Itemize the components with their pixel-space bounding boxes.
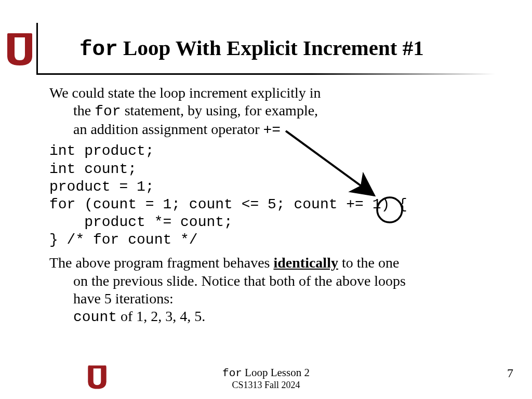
title-container: for Loop With Explicit Increment #1 [36,23,504,75]
p2-line4rest: of 1, 2, 3, 4, 5. [117,308,205,324]
p1-line2a: the [73,102,95,118]
p2-seg2: to the one [338,255,399,271]
p1-line3a: an addition assignment operator [73,121,263,137]
page-number: 7 [507,366,513,380]
ou-logo-main [6,32,33,66]
paragraph-1: We could state the loop increment explic… [49,84,507,139]
code-block: int product; int count; product = 1; for… [49,142,507,249]
svg-rect-1 [29,33,32,57]
footer-rest: Loop Lesson 2 [242,366,310,379]
slide-title: for Loop With Explicit Increment #1 [38,23,504,61]
p1-pluseq-code: += [263,122,281,138]
slide-body: We could state the loop increment explic… [49,84,507,329]
footer-title: for Loop Lesson 2 [0,367,532,380]
svg-rect-0 [7,33,10,57]
p2-seg1: The above program fragment behaves [49,255,273,271]
p2-line2: on the previous slide. Notice that both … [49,272,507,290]
footer-subtitle: CS1313 Fall 2024 [0,380,532,390]
slide: for Loop With Explicit Increment #1 We c… [0,0,532,399]
p2-identically: identically [273,255,338,271]
p1-for-code: for [95,103,121,119]
p1-line1: We could state the loop increment explic… [49,85,321,101]
title-code: for [79,37,118,61]
p1-line2b: statement, by using, for example, [121,102,318,118]
title-rest: Loop With Explicit Increment #1 [118,36,424,60]
p2-count-code: count [73,309,117,325]
p2-line3: have 5 iterations: [49,290,507,308]
footer-code: for [222,367,242,379]
footer: for Loop Lesson 2 CS1313 Fall 2024 [0,367,532,390]
paragraph-2: The above program fragment behaves ident… [49,254,507,326]
